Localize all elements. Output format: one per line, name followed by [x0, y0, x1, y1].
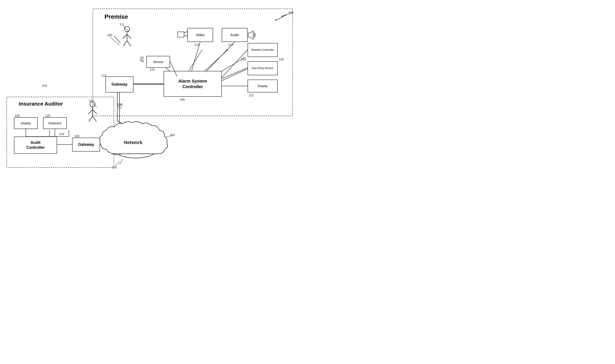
- svg-line-48: [93, 116, 96, 121]
- ref-106: 102: [288, 11, 293, 14]
- svg-point-34: [124, 26, 130, 32]
- ref-102: 102: [170, 133, 175, 137]
- svg-rect-40: [178, 32, 184, 37]
- sensor-box: Sensor: [146, 56, 170, 68]
- svg-line-38: [123, 41, 127, 46]
- remote-controller: Remote Controller: [247, 43, 278, 57]
- ref-112: 112: [102, 74, 107, 77]
- svg-marker-41: [184, 31, 187, 37]
- insurance-display: Display: [14, 117, 38, 129]
- ref-105: 105: [112, 166, 117, 169]
- network-text: Network: [124, 140, 142, 145]
- ref-122: 122: [249, 93, 254, 97]
- ref-104: 104: [42, 84, 47, 87]
- insurance-gateway: Gateway: [72, 138, 100, 152]
- ref-116: 116: [228, 43, 233, 46]
- audio-icon: [247, 30, 256, 40]
- svg-line-31: [117, 121, 123, 124]
- ref-103: 103: [117, 103, 122, 106]
- ref-128: 128: [74, 134, 79, 138]
- svg-line-36: [123, 34, 127, 39]
- svg-marker-42: [248, 31, 253, 39]
- sensor-icon: [135, 56, 148, 67]
- ref-111: 111: [120, 23, 124, 26]
- audio-box: Audio: [222, 28, 247, 42]
- svg-line-32: [134, 125, 138, 127]
- video-icon: [177, 30, 188, 40]
- diagram-container: Premise 102 100 111 Gateway 112 Alarm Sy…: [0, 0, 307, 182]
- ref-126: 126: [15, 114, 20, 117]
- ref-120: 120: [279, 58, 284, 61]
- ref-125: 125: [45, 114, 50, 117]
- ref-118: 118: [241, 58, 246, 61]
- svg-line-45: [88, 110, 93, 114]
- ref-114: 114: [194, 43, 199, 46]
- ref-124: 124: [59, 132, 64, 136]
- audit-controller: AuditController: [14, 137, 57, 154]
- ref-108: 108: [180, 98, 185, 101]
- premise-display: Display: [247, 79, 278, 92]
- key-entry-device: Key Entry Device: [247, 61, 278, 75]
- alarm-controller: Alarm SystemController: [164, 71, 222, 97]
- svg-line-46: [93, 110, 97, 114]
- svg-line-69: [116, 161, 120, 165]
- premise-gateway: Gateway: [106, 76, 134, 92]
- person-insurance: [86, 101, 99, 123]
- svg-line-37: [127, 34, 131, 39]
- ref-100: 100: [107, 33, 112, 37]
- svg-line-22: [120, 159, 123, 165]
- video-box: Video: [187, 28, 213, 42]
- person-premise: [121, 26, 134, 47]
- ref-110: 110: [150, 68, 155, 71]
- svg-line-39: [127, 41, 131, 46]
- svg-line-47: [89, 116, 93, 121]
- insurance-keyboard: Keyboard: [43, 117, 67, 129]
- insurance-auditor-title: Insurance Auditor: [11, 99, 71, 109]
- premise-title: Premise: [99, 12, 134, 22]
- svg-point-43: [90, 102, 95, 107]
- ref-127: 127: [89, 99, 94, 102]
